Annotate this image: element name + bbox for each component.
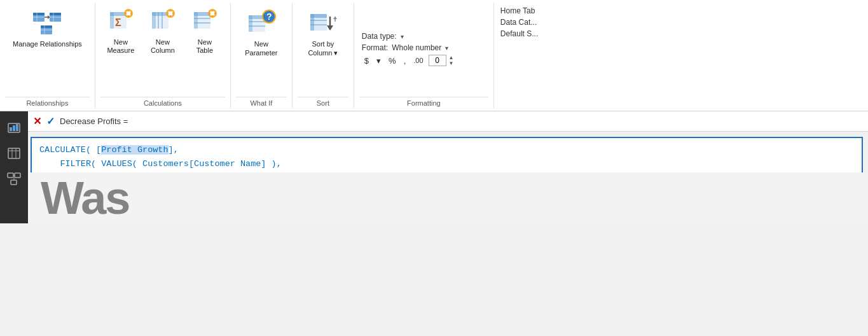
format-row: Format: Whole number ▾ bbox=[362, 43, 486, 52]
new-column-icon bbox=[148, 5, 178, 36]
ribbon-group-sort-content: Sort byColumn ▾ bbox=[298, 3, 348, 95]
svg-point-19 bbox=[126, 11, 131, 16]
svg-rect-16 bbox=[110, 12, 114, 29]
ribbon-group-calculations: Σ NewMeasure bbox=[95, 3, 231, 108]
data-type-dropdown-arrow[interactable]: ▾ bbox=[401, 33, 404, 40]
relationships-group-label: Relationships bbox=[5, 97, 90, 108]
sort-by-column-label: Sort byColumn ▾ bbox=[308, 39, 338, 58]
svg-rect-44 bbox=[209, 13, 210, 15]
main-content: ✕ ✓ Decrease Profits = CALCULATE( [Profi… bbox=[28, 111, 868, 223]
svg-rect-22 bbox=[125, 13, 127, 15]
page-preview-text: Was bbox=[41, 172, 129, 223]
svg-marker-9 bbox=[48, 15, 50, 19]
manage-relationships-button[interactable]: Manage Relationships bbox=[5, 3, 90, 52]
svg-rect-21 bbox=[127, 15, 129, 17]
new-table-svg bbox=[191, 7, 218, 34]
new-column-svg bbox=[149, 7, 176, 34]
code-line-1: CALCULATE( [Profit Growth], bbox=[39, 143, 854, 157]
home-tab-label: Home Tab bbox=[500, 6, 570, 15]
svg-rect-71 bbox=[8, 173, 13, 178]
manage-relationships-svg bbox=[32, 8, 62, 38]
sidebar-report-view[interactable] bbox=[3, 116, 25, 139]
svg-rect-48 bbox=[249, 15, 252, 32]
new-table-button[interactable]: NewTable bbox=[184, 3, 225, 57]
svg-rect-73 bbox=[11, 180, 17, 185]
svg-marker-60 bbox=[327, 25, 333, 31]
new-measure-icon: Σ bbox=[106, 5, 136, 36]
svg-rect-72 bbox=[15, 173, 20, 178]
svg-rect-66 bbox=[16, 124, 18, 131]
ribbon: Manage Relationships Relationships Σ bbox=[0, 0, 868, 111]
svg-point-41 bbox=[210, 11, 215, 16]
code-highlight-token: Profit Growth bbox=[101, 145, 168, 155]
new-measure-svg: Σ bbox=[107, 7, 134, 34]
svg-rect-56 bbox=[310, 14, 314, 31]
new-measure-label: NewMeasure bbox=[107, 38, 134, 55]
data-type-row: Data type: ▾ bbox=[362, 32, 486, 41]
manage-relationships-label: Manage Relationships bbox=[13, 39, 82, 48]
svg-rect-37 bbox=[194, 12, 198, 29]
format-dropdown-arrow[interactable]: ▾ bbox=[445, 45, 448, 52]
new-column-button[interactable]: NewColumn bbox=[142, 3, 183, 57]
new-table-label: NewTable bbox=[196, 38, 213, 55]
model-view-icon bbox=[7, 172, 21, 186]
new-parameter-icon: ? bbox=[245, 6, 278, 39]
ribbon-group-relationships: Manage Relationships Relationships bbox=[0, 3, 95, 108]
ribbon-group-whatif: ? NewParameter What If bbox=[231, 3, 293, 108]
formula-cancel-button[interactable]: ✕ bbox=[33, 115, 41, 127]
decimal-input[interactable] bbox=[429, 55, 446, 66]
formula-bar: ✕ ✓ Decrease Profits = bbox=[28, 111, 868, 132]
sort-by-column-button[interactable]: Sort byColumn ▾ bbox=[298, 3, 348, 62]
data-view-icon bbox=[7, 146, 21, 160]
sidebar bbox=[0, 111, 28, 223]
sort-group-label: Sort bbox=[298, 97, 348, 108]
calculations-group-label: Calculations bbox=[100, 97, 225, 108]
default-summarization-line: Default S... bbox=[500, 29, 570, 38]
svg-rect-26 bbox=[152, 12, 156, 29]
whatif-group-label: What If bbox=[236, 97, 287, 108]
new-column-label: NewColumn bbox=[151, 38, 175, 55]
new-parameter-button[interactable]: ? NewParameter bbox=[236, 3, 287, 62]
svg-text:?: ? bbox=[266, 11, 272, 22]
format-label: Format: bbox=[362, 43, 388, 52]
new-parameter-label: NewParameter bbox=[245, 39, 277, 58]
sort-by-column-svg bbox=[308, 8, 338, 38]
svg-rect-34 bbox=[172, 13, 174, 15]
sort-by-column-icon bbox=[307, 6, 340, 39]
comma-button[interactable]: , bbox=[401, 55, 409, 66]
formatting-group-label: Formatting bbox=[359, 97, 488, 108]
ribbon-group-calculations-content: Σ NewMeasure bbox=[100, 3, 225, 95]
svg-rect-42 bbox=[211, 10, 213, 11]
percent-button[interactable]: % bbox=[386, 55, 399, 66]
svg-rect-32 bbox=[169, 15, 171, 17]
formula-confirm-button[interactable]: ✓ bbox=[46, 115, 55, 127]
svg-rect-67 bbox=[8, 148, 20, 158]
currency-button[interactable]: $ bbox=[362, 55, 371, 66]
ribbon-group-whatif-content: ? NewParameter bbox=[236, 3, 287, 95]
svg-rect-1 bbox=[33, 13, 45, 15]
manage-relationships-icon bbox=[31, 6, 64, 39]
ribbon-far-right: Home Tab Data Cat... Default S... bbox=[494, 3, 577, 108]
new-table-icon bbox=[189, 5, 220, 36]
format-controls: $ ▾ % , .00 ▲ ▼ bbox=[362, 55, 486, 66]
code-token: CALCULATE( [ bbox=[39, 145, 101, 155]
svg-rect-45 bbox=[214, 13, 216, 15]
svg-rect-5 bbox=[50, 13, 61, 15]
svg-rect-11 bbox=[41, 25, 52, 28]
data-category-line: Data Cat... bbox=[500, 18, 570, 27]
currency-dropdown[interactable]: ▾ bbox=[374, 55, 383, 66]
formula-name-label: Decrease Profits = bbox=[60, 116, 128, 126]
sidebar-model-view[interactable] bbox=[3, 167, 25, 190]
svg-marker-62 bbox=[333, 17, 337, 19]
svg-rect-20 bbox=[127, 10, 129, 11]
new-measure-button[interactable]: Σ NewMeasure bbox=[100, 3, 141, 57]
new-parameter-svg: ? bbox=[246, 8, 277, 38]
svg-rect-23 bbox=[130, 13, 132, 15]
code-line-2: FILTER( VALUES( Customers[Customer Name]… bbox=[39, 157, 854, 171]
svg-text:Σ: Σ bbox=[115, 17, 121, 28]
ribbon-group-formatting: Data type: ▾ Format: Whole number ▾ $ ▾ … bbox=[354, 3, 494, 108]
sidebar-data-view[interactable] bbox=[3, 142, 25, 165]
page-preview-area: Was bbox=[28, 172, 868, 223]
decimal-spinner[interactable]: ▲ ▼ bbox=[449, 55, 454, 66]
data-type-label: Data type: bbox=[362, 32, 397, 41]
